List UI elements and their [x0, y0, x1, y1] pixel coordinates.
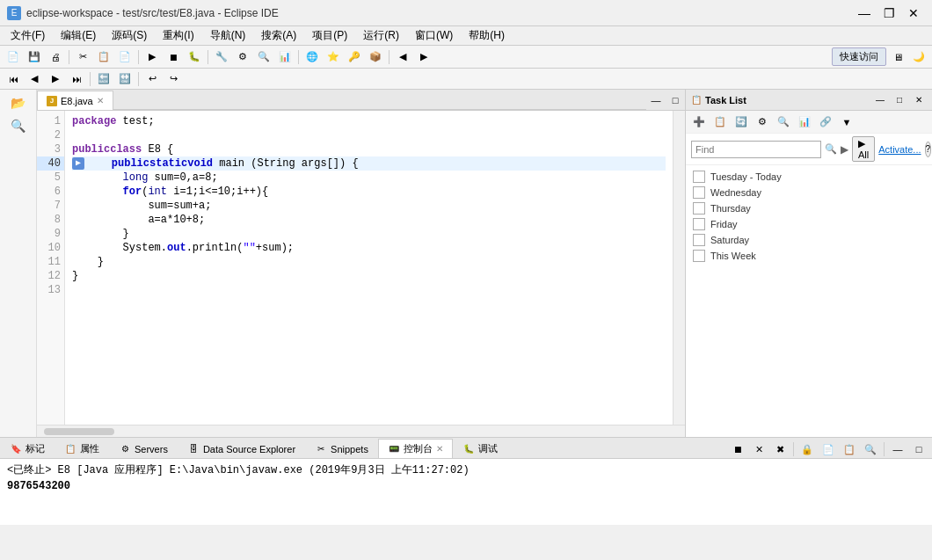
tab-servers[interactable]: ⚙ Servers — [109, 439, 178, 458]
task-search-icon[interactable]: 🔍 — [825, 141, 837, 158]
menu-search[interactable]: 搜索(A) — [254, 26, 303, 45]
toolbar-btn-9[interactable]: 🔍 — [254, 48, 273, 66]
toolbar-btn-14[interactable]: 📦 — [366, 48, 385, 66]
editor-tab-min[interactable]: — — [646, 91, 666, 109]
task-btn-7[interactable]: 🔗 — [816, 113, 835, 131]
toolbar-btn-11[interactable]: 🌐 — [302, 48, 322, 66]
task-panel-max[interactable]: □ — [892, 92, 907, 108]
menu-project[interactable]: 项目(P) — [305, 26, 354, 45]
tab-datasource[interactable]: 🗄 Data Source Explorer — [178, 439, 305, 458]
toolbar-btn-17[interactable]: 🖥 — [888, 48, 907, 66]
toolbar-btn-16[interactable]: ▶ — [414, 48, 433, 66]
menu-run[interactable]: 运行(R) — [356, 26, 406, 45]
task-item-thursday[interactable]: Thursday — [686, 200, 932, 216]
console-line-1: <已终止> E8 [Java 应用程序] E:\Java\bin\javaw.e… — [7, 462, 925, 478]
toolbar-btn-5[interactable]: 📋 — [94, 48, 113, 66]
console-remove[interactable]: ✕ — [749, 440, 768, 458]
menu-help[interactable]: 帮助(H) — [462, 26, 512, 45]
editor-tab-e8[interactable]: J E8.java ✕ — [37, 91, 113, 110]
help-button[interactable]: ? — [925, 142, 932, 157]
task-checkbox-thursday[interactable] — [693, 202, 705, 215]
task-checkbox-wednesday[interactable] — [693, 186, 705, 199]
expand-icon[interactable]: ▶ — [841, 143, 848, 156]
toolbar-btn-2[interactable]: 💾 — [25, 48, 44, 66]
toolbar-debug[interactable]: 🐛 — [185, 48, 204, 66]
menu-navigate[interactable]: 导航(N) — [203, 26, 253, 45]
t2-btn-3[interactable]: ▶ — [46, 70, 65, 88]
menu-source[interactable]: 源码(S) — [105, 26, 154, 45]
tab-close-icon[interactable]: ✕ — [97, 96, 104, 105]
toolbar-new[interactable]: 📄 — [4, 48, 23, 66]
maximize-button[interactable]: ❐ — [877, 4, 900, 22]
task-panel-close[interactable]: ✕ — [911, 92, 927, 108]
t2-btn-6[interactable]: 🔛 — [115, 70, 135, 88]
task-checkbox-saturday[interactable] — [693, 234, 705, 246]
quickaccess-btn[interactable]: 快速访问 — [832, 47, 886, 66]
t2-btn-5[interactable]: 🔙 — [94, 70, 113, 88]
toolbar-btn-13[interactable]: 🔑 — [345, 48, 364, 66]
minimize-button[interactable]: — — [853, 4, 876, 22]
console-btn-3[interactable]: 📋 — [840, 440, 859, 458]
editor-scrollbar-v[interactable] — [673, 111, 685, 425]
editor-scrollbar-h[interactable] — [37, 425, 685, 437]
menu-refactor[interactable]: 重构(I) — [156, 26, 200, 45]
task-item-saturday[interactable]: Saturday — [686, 232, 932, 248]
tab-console[interactable]: 📟 控制台 ✕ — [378, 439, 453, 458]
task-item-thisweek[interactable]: This Week — [686, 248, 932, 264]
code-editor[interactable]: 1 2 3 40 5 6 7 8 9 10 11 12 13 package t… — [37, 111, 685, 425]
toolbar-stop[interactable]: ⏹ — [164, 48, 183, 66]
t2-btn-2[interactable]: ◀ — [25, 70, 44, 88]
task-item-tuesday[interactable]: Tuesday - Today — [686, 169, 932, 185]
filter-all-btn[interactable]: ▶ All — [852, 136, 875, 162]
toolbar-btn-3[interactable]: 🖨 — [46, 48, 65, 66]
console-max[interactable]: □ — [909, 440, 928, 458]
toolbar-btn-7[interactable]: 🔧 — [212, 48, 231, 66]
tab-snippets[interactable]: ✂ Snippets — [305, 439, 378, 458]
tab-debug[interactable]: 🐛 调试 — [453, 439, 507, 458]
toolbar-btn-4[interactable]: ✂ — [73, 48, 92, 66]
task-btn-5[interactable]: 🔍 — [774, 113, 793, 131]
sidebar-btn-1[interactable]: 📂 — [9, 93, 28, 113]
console-tab-close[interactable]: ✕ — [436, 444, 443, 454]
task-checkbox-friday[interactable] — [693, 218, 705, 230]
task-checkbox-thisweek[interactable] — [693, 250, 705, 262]
toolbar-btn-6[interactable]: 📄 — [115, 48, 135, 66]
task-checkbox-tuesday[interactable] — [693, 171, 705, 183]
task-btn-4[interactable]: ⚙ — [753, 113, 772, 131]
toolbar-btn-8[interactable]: ⚙ — [233, 48, 252, 66]
code-content[interactable]: package test; public class E8 { ▶ public… — [65, 111, 673, 425]
toolbar-btn-15[interactable]: ◀ — [393, 48, 412, 66]
toolbar-run[interactable]: ▶ — [142, 48, 162, 66]
task-search-input[interactable] — [691, 141, 821, 158]
tab-bookmark[interactable]: 🔖 标记 — [0, 439, 55, 458]
task-btn-3[interactable]: 🔄 — [732, 113, 751, 131]
console-min[interactable]: — — [888, 440, 907, 458]
console-scroll-lock[interactable]: 🔒 — [797, 440, 817, 458]
task-btn-2[interactable]: 📋 — [710, 113, 730, 131]
task-panel-min[interactable]: — — [872, 92, 888, 108]
console-remove-all[interactable]: ✖ — [770, 440, 790, 458]
task-item-friday[interactable]: Friday — [686, 216, 932, 232]
activate-link[interactable]: Activate... — [878, 144, 921, 155]
task-add-btn[interactable]: ➕ — [689, 113, 709, 131]
console-btn-4[interactable]: 🔍 — [861, 440, 880, 458]
close-button[interactable]: ✕ — [902, 4, 925, 22]
t2-btn-1[interactable]: ⏮ — [4, 70, 23, 88]
sidebar-btn-2[interactable]: 🔍 — [9, 116, 28, 135]
task-item-wednesday[interactable]: Wednesday — [686, 185, 932, 200]
menu-edit[interactable]: 编辑(E) — [54, 26, 103, 45]
t2-btn-7[interactable]: ↩ — [142, 70, 162, 88]
menu-file[interactable]: 文件(F) — [4, 26, 52, 45]
toolbar-btn-18[interactable]: 🌙 — [909, 48, 928, 66]
toolbar-btn-10[interactable]: 📊 — [275, 48, 295, 66]
menu-window[interactable]: 窗口(W) — [408, 26, 460, 45]
console-btn-2[interactable]: 📄 — [819, 440, 838, 458]
toolbar-btn-12[interactable]: ⭐ — [324, 48, 343, 66]
editor-tab-max[interactable]: □ — [666, 91, 685, 109]
console-terminate[interactable]: ⏹ — [728, 440, 747, 458]
t2-btn-4[interactable]: ⏭ — [67, 70, 86, 88]
task-dropdown[interactable]: ▼ — [837, 113, 856, 131]
task-btn-6[interactable]: 📊 — [795, 113, 814, 131]
t2-btn-8[interactable]: ↪ — [164, 70, 183, 88]
tab-properties[interactable]: 📋 属性 — [55, 439, 109, 458]
